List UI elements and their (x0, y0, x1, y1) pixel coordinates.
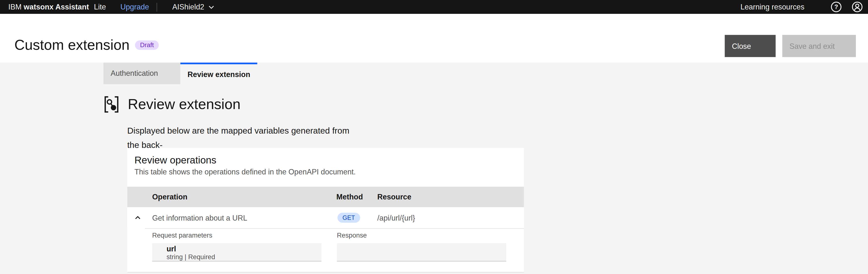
page-title: Custom extension (14, 35, 129, 55)
help-icon[interactable]: ? (830, 1, 842, 13)
upgrade-link[interactable]: Upgrade (120, 3, 149, 11)
save-and-exit-button[interactable]: Save and exit (782, 35, 856, 57)
app: IBM watsonx Assistant Lite Upgrade AIShi… (0, 0, 868, 274)
page-header: Custom extension Draft Close Save and ex… (0, 14, 868, 63)
extension-icon (103, 95, 119, 113)
tab-authentication[interactable]: Authentication (103, 63, 180, 84)
table-row[interactable]: Get information about a URL GET /api/url… (127, 207, 524, 228)
svg-text:?: ? (834, 3, 838, 10)
topbar-right: Learning resources ? (740, 1, 868, 13)
tab-bar: Authentication Review extension (103, 63, 257, 84)
parameter-name: url (166, 245, 176, 253)
title-row: Custom extension Draft (14, 35, 159, 55)
workspace-name: AIShield2 (172, 3, 204, 11)
column-header-method: Method (337, 187, 363, 207)
response-tile (337, 243, 506, 262)
operation-name: Get information about a URL (152, 207, 247, 228)
chevron-down-icon (209, 5, 214, 9)
tab-review-extension[interactable]: Review extension (180, 63, 257, 84)
brand: IBM watsonx Assistant (8, 3, 89, 11)
tab-label: Authentication (111, 69, 158, 78)
column-header-resource: Resource (377, 187, 411, 207)
response-label: Response (337, 231, 367, 239)
tab-label: Review extension (188, 70, 250, 78)
resource-path: /api/url/{url} (377, 207, 415, 228)
brand-product: watsonx Assistant (24, 3, 89, 11)
topbar-divider (157, 2, 157, 11)
method-badge: GET (337, 213, 360, 223)
top-bar: IBM watsonx Assistant Lite Upgrade AIShi… (0, 0, 868, 14)
status-badge: Draft (135, 40, 159, 50)
section-heading: Review extension (128, 94, 241, 114)
request-parameters-label: Request parameters (152, 231, 212, 239)
parameter-meta: string | Required (166, 253, 215, 261)
table-header: Operation Method Resource (127, 187, 524, 207)
chevron-up-icon[interactable] (135, 216, 141, 219)
request-parameter-tile: url string | Required (152, 243, 321, 262)
review-operations-card: Review operations This table shows the o… (127, 148, 524, 273)
row-divider (145, 228, 524, 229)
column-header-operation: Operation (152, 187, 187, 207)
learning-resources-link[interactable]: Learning resources (740, 3, 804, 11)
user-avatar-icon[interactable] (851, 1, 863, 13)
card-title: Review operations (134, 154, 216, 167)
card-subtitle: This table shows the operations defined … (134, 167, 355, 177)
description-line: Displayed below are the mapped variables… (127, 126, 349, 149)
brand-prefix: IBM (8, 3, 22, 11)
plan-label: Lite (94, 3, 106, 11)
workspace-selector[interactable]: AIShield2 (172, 3, 214, 11)
close-button[interactable]: Close (725, 35, 776, 57)
section-heading-row: Review extension (103, 94, 240, 114)
